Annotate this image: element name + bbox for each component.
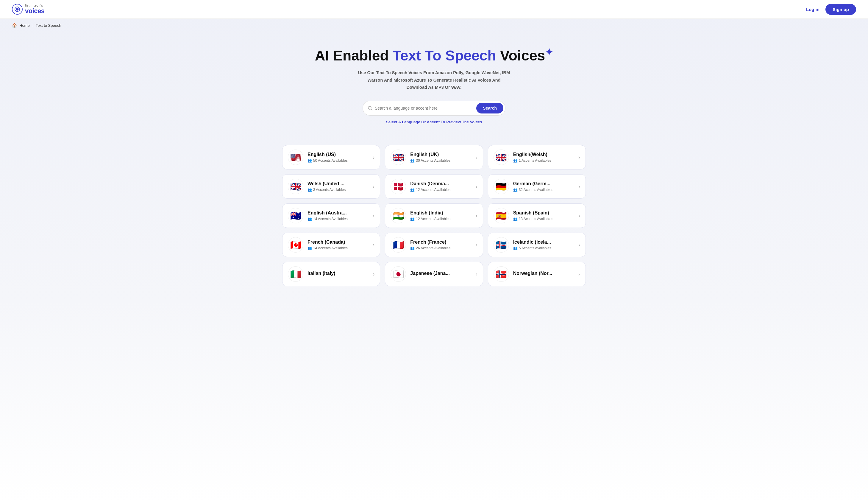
flag-icon: 🇬🇧 (391, 150, 406, 165)
lang-accents: 👥1 Accents Availables (513, 159, 574, 163)
language-card[interactable]: 🇮🇳 English (India) 👥12 Accents Available… (385, 203, 483, 228)
breadcrumb-home-link[interactable]: Home (19, 23, 30, 28)
lang-name: Spanish (Spain) (513, 210, 574, 216)
lang-accents: 👥14 Accents Availables (307, 217, 369, 221)
lang-accents: 👥12 Accents Availables (410, 188, 471, 192)
chevron-right-icon: › (578, 271, 580, 277)
language-card[interactable]: 🇺🇸 English (US) 👥50 Accents Availables › (282, 145, 380, 170)
breadcrumb-separator: › (32, 23, 33, 28)
language-card[interactable]: 🇬🇧 English (UK) 👥30 Accents Availables › (385, 145, 483, 170)
lang-info: French (France) 👥26 Accents Availables (410, 239, 471, 250)
site-header: listnr.tech's voices Log in Sign up (0, 0, 868, 19)
hero-spark-icon: ✦ (545, 47, 553, 57)
chevron-right-icon: › (476, 154, 477, 161)
hero-title-part2: Voices (496, 48, 545, 63)
chevron-right-icon: › (373, 271, 374, 277)
lang-info: Welsh (United ... 👥3 Accents Availables (307, 181, 369, 192)
lang-accents: 👥50 Accents Availables (307, 159, 369, 163)
search-icon (367, 106, 372, 110)
accents-icon: 👥 (513, 188, 518, 192)
lang-name: English (UK) (410, 152, 471, 157)
search-button[interactable]: Search (476, 103, 503, 114)
brand-small: listnr.tech's (25, 3, 45, 7)
home-icon: 🏠 (12, 23, 17, 28)
lang-info: French (Canada) 👥14 Accents Availables (307, 239, 369, 250)
chevron-right-icon: › (476, 242, 477, 248)
language-card[interactable]: 🇬🇧 Welsh (United ... 👥3 Accents Availabl… (282, 174, 380, 199)
accents-icon: 👥 (410, 246, 415, 250)
chevron-right-icon: › (578, 183, 580, 190)
language-card[interactable]: 🇮🇹 Italian (Italy) › (282, 262, 380, 286)
hero-title-highlight: Text To Speech (393, 48, 496, 63)
accents-icon: 👥 (307, 188, 312, 192)
lang-info: English (Austra... 👥14 Accents Available… (307, 210, 369, 221)
language-card[interactable]: 🇯🇵 Japanese (Jana... › (385, 262, 483, 286)
chevron-right-icon: › (373, 242, 374, 248)
accents-icon: 👥 (410, 188, 415, 192)
language-card[interactable]: 🇩🇰 Danish (Denma... 👥12 Accents Availabl… (385, 174, 483, 199)
flag-icon: 🇮🇹 (288, 266, 303, 282)
accents-icon: 👥 (307, 159, 312, 163)
flag-icon: 🇬🇧 (494, 150, 509, 165)
chevron-right-icon: › (373, 183, 374, 190)
lang-name: Welsh (United ... (307, 181, 369, 186)
lang-name: English (India) (410, 210, 471, 216)
lang-accents: 👥32 Accents Availables (513, 188, 574, 192)
language-card[interactable]: 🇮🇸 Icelandic (Icela... 👥5 Accents Availa… (488, 233, 586, 257)
chevron-right-icon: › (373, 213, 374, 219)
lang-info: Spanish (Spain) 👥13 Accents Availables (513, 210, 574, 221)
language-card[interactable]: 🇳🇴 Norwegian (Nor... › (488, 262, 586, 286)
chevron-right-icon: › (578, 213, 580, 219)
lang-name: Italian (Italy) (307, 271, 369, 276)
svg-point-1 (16, 8, 19, 11)
accents-icon: 👥 (307, 217, 312, 221)
lang-info: English(Welsh) 👥1 Accents Availables (513, 152, 574, 163)
signup-button[interactable]: Sign up (825, 4, 856, 15)
flag-icon: 🇬🇧 (288, 179, 303, 194)
lang-name: English (US) (307, 152, 369, 157)
lang-info: Japanese (Jana... (410, 271, 471, 277)
chevron-right-icon: › (476, 183, 477, 190)
flag-icon: 🇮🇸 (494, 237, 509, 253)
lang-accents: 👥26 Accents Availables (410, 246, 471, 250)
language-card[interactable]: 🇫🇷 French (France) 👥26 Accents Available… (385, 233, 483, 257)
lang-name: English (Austra... (307, 210, 369, 216)
lang-info: German (Germ... 👥32 Accents Availables (513, 181, 574, 192)
hero-title: AI Enabled Text To Speech Voices✦ (6, 47, 862, 64)
lang-accents: 👥13 Accents Availables (513, 217, 574, 221)
lang-accents: 👥12 Accents Availables (410, 217, 471, 221)
lang-name: German (Germ... (513, 181, 574, 186)
flag-icon: 🇨🇦 (288, 237, 303, 253)
chevron-right-icon: › (373, 154, 374, 161)
flag-icon: 🇪🇸 (494, 208, 509, 223)
lang-name: Norwegian (Nor... (513, 271, 574, 276)
login-button[interactable]: Log in (806, 7, 820, 12)
breadcrumb-current: Text to Speech (36, 23, 61, 28)
accents-icon: 👥 (513, 246, 518, 250)
lang-name: English(Welsh) (513, 152, 574, 157)
lang-info: English (UK) 👥30 Accents Availables (410, 152, 471, 163)
lang-info: Italian (Italy) (307, 271, 369, 277)
lang-accents: 👥3 Accents Availables (307, 188, 369, 192)
language-card[interactable]: 🇪🇸 Spanish (Spain) 👥13 Accents Available… (488, 203, 586, 228)
language-card[interactable]: 🇦🇺 English (Austra... 👥14 Accents Availa… (282, 203, 380, 228)
lang-info: English (US) 👥50 Accents Availables (307, 152, 369, 163)
lang-info: Icelandic (Icela... 👥5 Accents Available… (513, 239, 574, 250)
flag-icon: 🇮🇳 (391, 208, 406, 223)
brand-big: voices (25, 7, 45, 15)
search-hint: Select A Language Or Accent To Preview T… (6, 120, 862, 124)
language-card[interactable]: 🇬🇧 English(Welsh) 👥1 Accents Availables … (488, 145, 586, 170)
accents-icon: 👥 (410, 159, 415, 163)
flag-icon: 🇩🇰 (391, 179, 406, 194)
lang-info: Norwegian (Nor... (513, 271, 574, 277)
search-input[interactable] (375, 106, 474, 110)
flag-icon: 🇯🇵 (391, 266, 406, 282)
flag-icon: 🇺🇸 (288, 150, 303, 165)
lang-info: Danish (Denma... 👥12 Accents Availables (410, 181, 471, 192)
header-actions: Log in Sign up (806, 4, 856, 15)
language-card[interactable]: 🇨🇦 French (Canada) 👥14 Accents Available… (282, 233, 380, 257)
accents-icon: 👥 (307, 246, 312, 250)
svg-line-3 (371, 109, 372, 110)
language-card[interactable]: 🇩🇪 German (Germ... 👥32 Accents Available… (488, 174, 586, 199)
logo[interactable]: listnr.tech's voices (12, 3, 45, 15)
